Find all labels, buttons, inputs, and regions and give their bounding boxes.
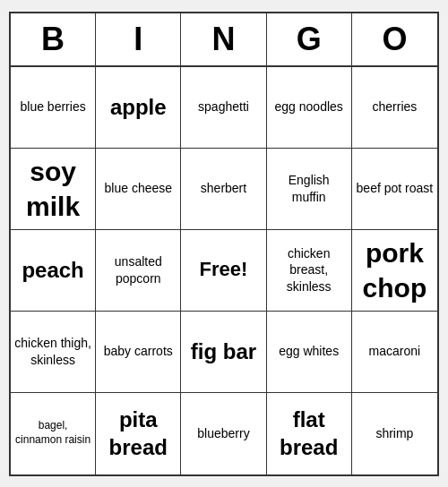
bingo-cell-23: flat bread (267, 393, 352, 474)
bingo-cell-24: shrimp (352, 393, 437, 474)
bingo-letter-i: I (96, 13, 181, 65)
bingo-cell-21: pita bread (96, 393, 181, 474)
bingo-cell-20: bagel, cinnamon raisin (11, 393, 96, 474)
bingo-cell-16: baby carrots (96, 312, 181, 393)
bingo-cell-14: pork chop (352, 230, 437, 312)
bingo-header: BINGO (11, 13, 437, 67)
bingo-cell-11: unsalted popcorn (96, 230, 181, 312)
bingo-grid: blue berriesapplespaghettiegg noodlesche… (11, 67, 437, 474)
bingo-letter-g: G (267, 13, 352, 65)
bingo-cell-6: blue cheese (96, 149, 181, 230)
bingo-cell-15: chicken thigh, skinless (11, 312, 96, 393)
bingo-letter-n: N (181, 13, 266, 65)
bingo-cell-3: egg noodles (267, 67, 352, 149)
bingo-cell-22: blueberry (181, 393, 266, 474)
bingo-card: BINGO blue berriesapplespaghettiegg nood… (9, 12, 439, 476)
bingo-cell-9: beef pot roast (352, 149, 437, 230)
bingo-cell-18: egg whites (267, 312, 352, 393)
bingo-cell-12: Free! (181, 230, 266, 312)
bingo-letter-o: O (352, 13, 437, 65)
bingo-cell-7: sherbert (181, 149, 266, 230)
bingo-cell-5: soy milk (11, 149, 96, 230)
bingo-cell-4: cherries (352, 67, 437, 149)
bingo-cell-10: peach (11, 230, 96, 312)
bingo-cell-13: chicken breast, skinless (267, 230, 352, 312)
bingo-letter-b: B (11, 13, 96, 65)
bingo-cell-19: macaroni (352, 312, 437, 393)
bingo-cell-1: apple (96, 67, 181, 149)
bingo-cell-8: English muffin (267, 149, 352, 230)
bingo-cell-0: blue berries (11, 67, 96, 149)
bingo-cell-17: fig bar (181, 312, 266, 393)
bingo-cell-2: spaghetti (181, 67, 266, 149)
